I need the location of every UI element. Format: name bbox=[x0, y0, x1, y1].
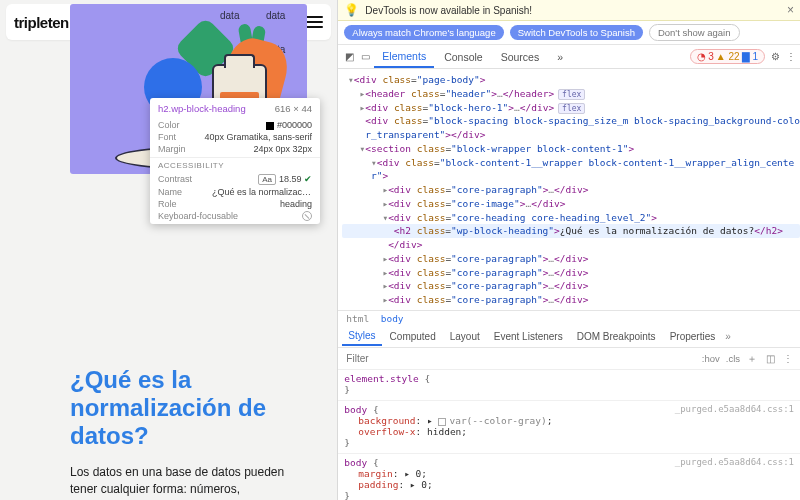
subtab-properties[interactable]: Properties bbox=[664, 328, 722, 345]
tooltip-key: Color bbox=[158, 120, 180, 130]
styles-filter-input[interactable] bbox=[344, 350, 695, 367]
tooltip-key: Font bbox=[158, 132, 176, 142]
cls-toggle[interactable]: .cls bbox=[726, 353, 740, 364]
subtab-layout[interactable]: Layout bbox=[444, 328, 486, 345]
styles-panel[interactable]: element.style { } _purged.e5aa8d64.css:1… bbox=[338, 370, 800, 500]
tab-sources[interactable]: Sources bbox=[493, 47, 548, 67]
switch-language-button[interactable]: Switch DevTools to Spanish bbox=[510, 25, 643, 40]
subtab-styles[interactable]: Styles bbox=[342, 327, 381, 346]
tooltip-value: #000000 bbox=[266, 120, 312, 130]
tooltip-value: heading bbox=[280, 199, 312, 209]
tooltip-key: Keyboard-focusable bbox=[158, 211, 238, 223]
tooltip-value bbox=[302, 211, 312, 223]
tab-console[interactable]: Console bbox=[436, 47, 491, 67]
tooltip-dimensions: 616 × 44 bbox=[275, 103, 312, 114]
tooltip-selector: h2.wp-block-heading bbox=[158, 103, 246, 114]
article-content: data data data data h2.wp-block-heading … bbox=[70, 0, 307, 500]
subtab-event-listeners[interactable]: Event Listeners bbox=[488, 328, 569, 345]
subtab-dom-breakpoints[interactable]: DOM Breakpoints bbox=[571, 328, 662, 345]
lightbulb-icon: 💡 bbox=[344, 3, 359, 17]
devtools-infobar: 💡 DevTools is now available in Spanish! … bbox=[338, 0, 800, 21]
more-actions-icon[interactable]: ⋮ bbox=[782, 353, 794, 364]
dom-tree[interactable]: ▾<div class="page-body"> ▸<header class=… bbox=[338, 69, 800, 310]
site-logo[interactable]: tripleten bbox=[14, 14, 69, 31]
tooltip-key: Role bbox=[158, 199, 177, 209]
styles-filterbar: :hov .cls ＋ ◫ ⋮ bbox=[338, 348, 800, 370]
gear-icon[interactable]: ⚙ bbox=[771, 51, 780, 62]
computed-toggle-icon[interactable]: ◫ bbox=[764, 353, 776, 364]
tooltip-value: Aa18.59 ✔ bbox=[258, 174, 312, 185]
element-inspect-tooltip: h2.wp-block-heading 616 × 44 Color#00000… bbox=[150, 98, 320, 224]
close-icon[interactable]: × bbox=[787, 3, 794, 17]
data-label: data bbox=[220, 10, 239, 21]
tooltip-key: Name bbox=[158, 187, 182, 197]
subtab-overflow[interactable]: » bbox=[725, 331, 731, 342]
style-source-link[interactable]: _purged.e5aa8d64.css:1 bbox=[675, 404, 794, 414]
styles-tabbar: Styles Computed Layout Event Listeners D… bbox=[338, 326, 800, 348]
language-chipline: Always match Chrome's language Switch De… bbox=[338, 21, 800, 45]
webpage-pane: tripleten Inscríbete data data data data… bbox=[0, 0, 337, 500]
infobar-text: DevTools is now available in Spanish! bbox=[365, 5, 532, 16]
data-label: data bbox=[266, 10, 285, 21]
tab-elements[interactable]: Elements bbox=[374, 46, 434, 68]
tooltip-key: Margin bbox=[158, 144, 186, 154]
article-heading: ¿Qué es la normalización de datos? bbox=[70, 366, 307, 450]
devtools-pane: 💡 DevTools is now available in Spanish! … bbox=[337, 0, 800, 500]
kebab-icon[interactable]: ⋮ bbox=[786, 51, 796, 62]
subtab-computed[interactable]: Computed bbox=[384, 328, 442, 345]
tooltip-key: Contrast bbox=[158, 174, 192, 185]
tooltip-value: 24px 0px 32px bbox=[253, 144, 312, 154]
dont-show-again-button[interactable]: Don't show again bbox=[649, 24, 740, 41]
dom-breadcrumb[interactable]: html body bbox=[338, 310, 800, 326]
menu-icon[interactable] bbox=[305, 16, 323, 28]
tooltip-value: ¿Qué es la normalización de datos? bbox=[212, 187, 312, 197]
tooltip-value: 40px Gramatika, sans-serif bbox=[204, 132, 312, 142]
issue-counts[interactable]: ◔ 3 ▲ 22 ▇ 1 bbox=[690, 49, 766, 64]
tooltip-accessibility-label: ACCESSIBILITY bbox=[150, 157, 320, 173]
tab-overflow[interactable]: » bbox=[549, 47, 571, 67]
devtools-tabbar: ◩ ▭ Elements Console Sources » ◔ 3 ▲ 22 … bbox=[338, 45, 800, 69]
article-paragraph: Los datos en una base de datos pueden te… bbox=[70, 464, 307, 500]
match-language-button[interactable]: Always match Chrome's language bbox=[344, 25, 503, 40]
device-toolbar-icon[interactable]: ▭ bbox=[358, 50, 372, 64]
new-style-rule-icon[interactable]: ＋ bbox=[746, 352, 758, 366]
style-source-link[interactable]: _purged.e5aa8d64.css:1 bbox=[675, 457, 794, 467]
inspect-icon[interactable]: ◩ bbox=[342, 50, 356, 64]
hov-toggle[interactable]: :hov bbox=[702, 353, 720, 364]
